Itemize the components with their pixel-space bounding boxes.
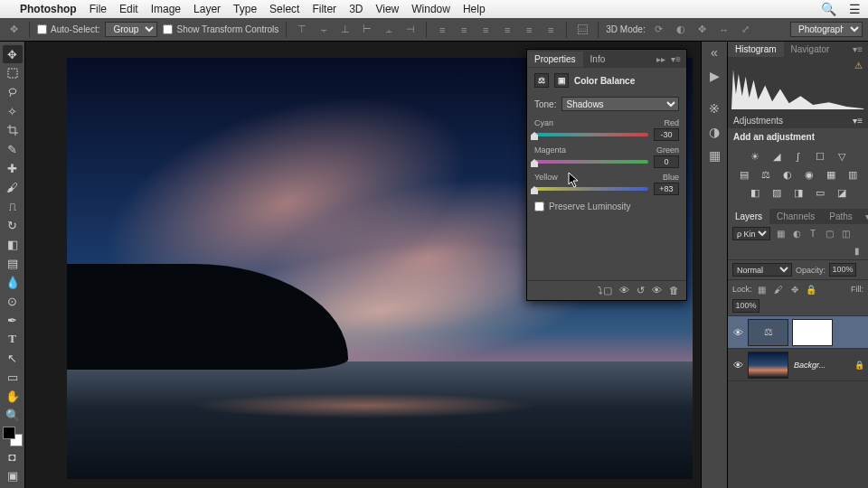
color-swatches[interactable] — [3, 427, 23, 446]
move-tool[interactable]: ✥ — [3, 45, 23, 63]
adj-threshold-icon[interactable]: ◨ — [790, 185, 807, 200]
adj-color-lookup-icon[interactable]: ▥ — [844, 167, 861, 182]
eraser-tool[interactable]: ◧ — [3, 235, 23, 253]
auto-select-dropdown[interactable]: Group — [105, 22, 157, 37]
dist-right-icon[interactable]: ≡ — [542, 22, 559, 38]
layer-name-label[interactable]: Backgr... — [794, 361, 826, 370]
slider-value-input[interactable]: -30 — [654, 128, 679, 141]
dist-vcenter-icon[interactable]: ≡ — [456, 22, 472, 38]
menu-select[interactable]: Select — [269, 3, 299, 15]
layer-row-background[interactable]: 👁 Backgr... 🔒 — [728, 349, 868, 381]
reset-icon[interactable]: ↺ — [637, 285, 645, 296]
adj-color-balance-icon[interactable]: ⚖ — [758, 167, 774, 182]
dist-left-icon[interactable]: ≡ — [499, 22, 515, 38]
layer-filter-kind[interactable]: ρ Kind — [732, 227, 770, 240]
adj-brightness-icon[interactable]: ☀ — [747, 149, 763, 164]
clip-to-layer-icon[interactable]: ⤵▢ — [598, 285, 612, 296]
preserve-luminosity-checkbox[interactable] — [534, 202, 544, 211]
menu-3d[interactable]: 3D — [349, 3, 363, 15]
adjustments-panel-menu-icon[interactable]: ▾≡ — [853, 116, 863, 126]
show-transform-checkbox[interactable]: Show Transform Controls — [163, 24, 278, 34]
filter-pixel-icon[interactable]: ▦ — [774, 228, 787, 240]
3d-roll-icon[interactable]: ◐ — [673, 22, 689, 38]
layer-mask-thumb[interactable] — [792, 319, 833, 346]
menu-view[interactable]: View — [375, 3, 399, 15]
dodge-tool[interactable]: ⊙ — [3, 292, 23, 310]
tab-layers[interactable]: Layers — [728, 209, 769, 224]
slider-value-input[interactable]: 0 — [654, 155, 679, 168]
dist-top-icon[interactable]: ≡ — [434, 22, 450, 38]
align-top-icon[interactable]: ⊤ — [294, 22, 310, 38]
filter-type-icon[interactable]: T — [807, 228, 819, 240]
tab-histogram[interactable]: Histogram — [728, 42, 784, 57]
histogram-warning-icon[interactable]: ⚠ — [854, 61, 863, 70]
3d-slide-icon[interactable]: ↔ — [716, 22, 732, 38]
color-balance-slider-1[interactable]: 0 — [534, 156, 679, 167]
tab-properties[interactable]: Properties — [527, 52, 583, 67]
quick-mask-icon[interactable]: ◘ — [3, 447, 23, 465]
dock-expand-icon[interactable]: « — [711, 45, 718, 60]
layer-visibility-icon[interactable]: 👁 — [731, 360, 744, 371]
adj-posterize-icon[interactable]: ▨ — [769, 185, 785, 200]
brush-tool[interactable]: 🖌 — [3, 178, 23, 196]
align-vcenter-icon[interactable]: ⫟ — [316, 22, 332, 38]
mask-mode-icon[interactable]: ▣ — [554, 73, 569, 88]
hand-tool[interactable]: ✋ — [3, 387, 23, 405]
dock-brushes-icon[interactable]: ◑ — [709, 125, 720, 139]
history-brush-tool[interactable]: ↻ — [3, 216, 23, 234]
lock-pixels-icon[interactable]: 🖌 — [772, 283, 785, 296]
opacity-value[interactable]: 100% — [829, 263, 856, 277]
screen-mode-icon[interactable]: ▣ — [3, 466, 23, 484]
adj-selective-color-icon[interactable]: ◪ — [834, 185, 850, 200]
lock-all-icon[interactable]: 🔒 — [805, 283, 817, 296]
fill-value[interactable]: 100% — [732, 299, 760, 313]
tab-channels[interactable]: Channels — [769, 209, 822, 224]
menu-edit[interactable]: Edit — [119, 3, 138, 15]
adj-exposure-icon[interactable]: ☐ — [812, 149, 828, 164]
filter-adjustment-icon[interactable]: ◐ — [790, 228, 803, 240]
menu-layer[interactable]: Layer — [193, 3, 221, 15]
marquee-tool[interactable] — [3, 64, 23, 82]
lasso-tool[interactable] — [3, 83, 23, 101]
tab-adjustments[interactable]: Adjustments — [733, 116, 783, 126]
menu-filter[interactable]: Filter — [312, 3, 336, 15]
view-previous-icon[interactable]: 👁 — [619, 285, 629, 296]
crop-tool[interactable] — [3, 121, 23, 139]
dock-swatches-icon[interactable]: ▦ — [709, 148, 721, 163]
healing-brush-tool[interactable]: ✚ — [3, 159, 23, 177]
gradient-tool[interactable]: ▤ — [3, 254, 23, 272]
dock-actions-icon[interactable]: ※ — [709, 101, 720, 116]
adj-bw-icon[interactable]: ◐ — [779, 167, 796, 182]
tab-navigator[interactable]: Navigator — [784, 42, 837, 57]
adj-curves-icon[interactable]: ∫ — [790, 149, 807, 164]
blur-tool[interactable]: 💧 — [3, 273, 23, 291]
menu-help[interactable]: Help — [463, 3, 486, 15]
tone-dropdown[interactable]: Shadows — [561, 97, 679, 111]
3d-pan-icon[interactable]: ✥ — [694, 22, 711, 38]
delete-adjustment-icon[interactable]: 🗑 — [669, 285, 679, 296]
tab-info[interactable]: Info — [583, 52, 613, 67]
auto-select-checkbox[interactable]: Auto-Select: — [37, 24, 99, 34]
layer-row-color-balance[interactable]: 👁 ⚖ — [728, 316, 868, 349]
adj-hue-sat-icon[interactable]: ▤ — [736, 167, 752, 182]
adj-levels-icon[interactable]: ◢ — [769, 149, 785, 164]
adj-photo-filter-icon[interactable]: ◉ — [801, 167, 817, 182]
panel-menu-icon[interactable]: ▾≡ — [671, 54, 681, 64]
panel-collapse-icon[interactable]: ▸▸ — [656, 54, 665, 64]
filter-toggle-icon[interactable]: ▮ — [851, 244, 863, 257]
3d-rotate-icon[interactable]: ⟳ — [651, 22, 667, 38]
spotlight-icon[interactable]: 🔍 — [821, 2, 836, 16]
filter-shape-icon[interactable]: ▢ — [823, 228, 835, 240]
pen-tool[interactable]: ✒ — [3, 311, 23, 329]
menu-file[interactable]: File — [90, 3, 107, 15]
dock-history-icon[interactable]: ▶ — [710, 69, 720, 83]
shape-tool[interactable]: ▭ — [3, 368, 23, 386]
histogram-panel-menu-icon[interactable]: ▾≡ — [847, 42, 868, 57]
adj-gradient-map-icon[interactable]: ▭ — [812, 185, 828, 200]
toggle-visibility-icon[interactable]: 👁 — [652, 285, 662, 296]
color-balance-slider-0[interactable]: -30 — [534, 129, 679, 140]
menu-window[interactable]: Window — [411, 3, 450, 15]
align-hcenter-icon[interactable]: ⫠ — [381, 22, 397, 38]
lock-position-icon[interactable]: ✥ — [788, 283, 801, 296]
slider-value-input[interactable]: +83 — [654, 183, 679, 195]
